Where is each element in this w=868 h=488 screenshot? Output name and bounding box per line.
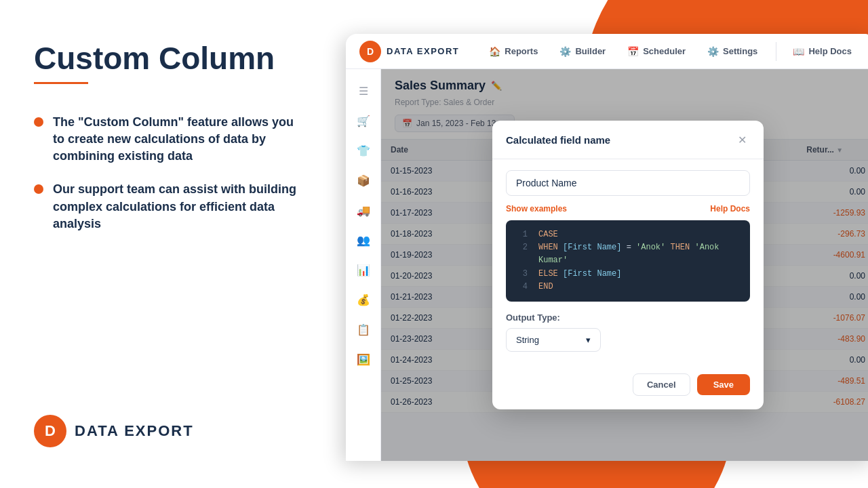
sidebar-icon-users[interactable]: 👥 xyxy=(351,228,376,252)
nav-help[interactable]: 📖 Help Docs xyxy=(783,42,861,61)
help-docs-button[interactable]: Help Docs xyxy=(710,204,750,214)
left-content: Custom Column The "Custom Column" featur… xyxy=(34,41,298,232)
app-sidebar: ☰ 🛒 👕 📦 🚚 👥 📊 💰 📋 🖼️ xyxy=(346,69,381,461)
sidebar-icon-money[interactable]: 💰 xyxy=(351,287,376,312)
code-line-1: 1 CASE xyxy=(517,228,739,241)
nav-logo-icon: D xyxy=(359,41,381,62)
sidebar-icon-graph[interactable]: 📊 xyxy=(351,258,376,282)
nav-label-settings: Settings xyxy=(723,46,757,56)
builder-icon: ⚙️ xyxy=(559,46,571,57)
left-panel: Custom Column The "Custom Column" featur… xyxy=(0,0,332,488)
modal-dialog: Calculated field name ✕ Show examples He… xyxy=(492,121,764,409)
nav-logo-text: DATA EXPORT xyxy=(387,46,459,56)
page-title: Custom Column xyxy=(34,41,298,77)
bullet-text-2: Our support team can assist with buildin… xyxy=(53,181,298,232)
code-line-4: 4 END xyxy=(517,281,739,293)
nav-label-help: Help Docs xyxy=(808,46,852,56)
nav-divider xyxy=(776,42,776,61)
output-type-label: Output Type: xyxy=(506,312,750,323)
logo-name: DATA EXPORT xyxy=(75,422,194,440)
nav-item-settings[interactable]: ⚙️ Settings xyxy=(698,42,767,61)
nav-label-scheduler: Scheduler xyxy=(643,46,686,56)
cancel-button[interactable]: Cancel xyxy=(633,373,690,396)
code-line-3: 3 ELSE [First Name] xyxy=(517,268,739,281)
settings-icon: ⚙️ xyxy=(707,46,719,57)
show-examples-row: Show examples Help Docs xyxy=(506,204,750,214)
bullet-dot xyxy=(34,117,43,127)
nav-label-reports: Reports xyxy=(505,46,538,56)
modal-body: Show examples Help Docs 1 CASE 2 xyxy=(492,159,764,373)
list-item: The "Custom Column" feature allows you t… xyxy=(34,114,298,165)
code-editor[interactable]: 1 CASE 2 WHEN [First Name] = 'Anok' xyxy=(506,220,750,302)
logo-bottom: D DATA EXPORT xyxy=(34,415,298,447)
nav-logo: D DATA EXPORT xyxy=(359,41,459,62)
list-item: Our support team can assist with buildin… xyxy=(34,181,298,232)
sidebar-icon-truck[interactable]: 🚚 xyxy=(351,198,376,222)
output-type-select[interactable]: String ▾ xyxy=(506,328,601,352)
bullet-list: The "Custom Column" feature allows you t… xyxy=(34,114,298,232)
app-nav: D DATA EXPORT 🏠 Reports ⚙️ Builder 📅 Sch… xyxy=(346,34,868,69)
modal-header: Calculated field name ✕ xyxy=(492,121,764,159)
app-body: ☰ 🛒 👕 📦 🚚 👥 📊 💰 📋 🖼️ Sales Summary ✏️ Re… xyxy=(346,69,868,461)
title-underline xyxy=(34,82,88,84)
modal-title: Calculated field name xyxy=(506,134,610,146)
code-line-2: 2 WHEN [First Name] = 'Anok' THEN 'Anok … xyxy=(517,241,739,267)
nav-item-builder[interactable]: ⚙️ Builder xyxy=(550,42,615,61)
nav-item-scheduler[interactable]: 📅 Scheduler xyxy=(618,42,695,61)
sidebar-icon-image[interactable]: 🖼️ xyxy=(351,347,376,371)
field-name-input[interactable] xyxy=(506,170,750,196)
bullet-dot xyxy=(34,184,43,194)
logo-icon: D xyxy=(34,415,66,447)
chevron-down-icon: ▾ xyxy=(586,335,591,345)
home-icon: 🏠 xyxy=(489,46,500,57)
app-window: D DATA EXPORT 🏠 Reports ⚙️ Builder 📅 Sch… xyxy=(346,34,868,461)
sidebar-icon-cart[interactable]: 🛒 xyxy=(351,108,376,133)
help-icon: 📖 xyxy=(793,46,804,57)
nav-item-reports[interactable]: 🏠 Reports xyxy=(479,42,547,61)
modal-overlay: Calculated field name ✕ Show examples He… xyxy=(381,69,868,461)
save-button[interactable]: Save xyxy=(697,374,750,395)
modal-footer: Cancel Save xyxy=(492,373,764,409)
modal-close-button[interactable]: ✕ xyxy=(734,131,750,148)
show-examples-button[interactable]: Show examples xyxy=(506,204,567,214)
app-main: Sales Summary ✏️ Report Type: Sales & Or… xyxy=(381,69,868,461)
nav-items: 🏠 Reports ⚙️ Builder 📅 Scheduler ⚙️ Sett… xyxy=(479,42,769,61)
sidebar-icon-menu[interactable]: ☰ xyxy=(351,79,376,103)
scheduler-icon: 📅 xyxy=(627,46,639,57)
output-type-value: String xyxy=(516,335,539,345)
bullet-text-1: The "Custom Column" feature allows you t… xyxy=(53,114,298,165)
nav-label-builder: Builder xyxy=(575,46,606,56)
sidebar-icon-notes[interactable]: 📋 xyxy=(351,317,376,342)
sidebar-icon-box[interactable]: 📦 xyxy=(351,168,376,192)
sidebar-icon-shirt[interactable]: 👕 xyxy=(351,138,376,163)
